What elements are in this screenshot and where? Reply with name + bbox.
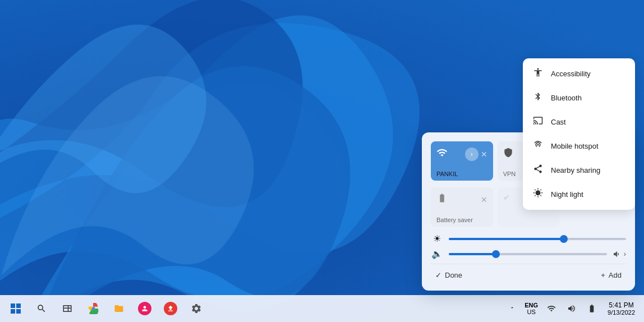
battery-icon [436, 193, 448, 206]
volume-slider-row: 🔈 › [431, 249, 626, 259]
battery-tile[interactable]: ✕ Battery saver [431, 187, 493, 227]
volume-icon: 🔈 [431, 249, 443, 259]
speaker-chevron[interactable]: › [624, 250, 626, 258]
settings-button[interactable] [185, 297, 208, 320]
wifi-arrow[interactable]: › [465, 148, 479, 161]
clock-date: 9/13/2022 [608, 309, 635, 316]
system-tray-chevron[interactable] [504, 297, 520, 320]
taskbar-wifi-icon[interactable] [542, 297, 560, 320]
clock-time: 5:41 PM [609, 301, 634, 309]
task-view-button[interactable] [56, 297, 79, 320]
desktop: › ✕ PANKIL › ✕ [0, 0, 644, 322]
battery-label: Battery saver [436, 217, 487, 223]
wifi-pin[interactable]: ✕ [481, 150, 487, 159]
done-button[interactable]: ✓ Done [431, 269, 467, 282]
nearby-sharing-icon [532, 164, 544, 177]
bluetooth-label: Bluetooth [551, 94, 582, 102]
chrome-button[interactable] [82, 297, 104, 320]
lang-primary: ENG [525, 302, 538, 309]
file-explorer-button[interactable] [108, 297, 130, 320]
quick-settings-footer: ✓ Done + Add [431, 264, 626, 282]
battery-pin[interactable]: ✕ [481, 195, 487, 204]
svg-rect-1 [11, 303, 15, 308]
taskbar-battery-icon[interactable] [583, 297, 601, 320]
lang-secondary: US [527, 309, 536, 315]
brightness-slider-row: ☀ [431, 233, 626, 244]
start-button[interactable] [4, 297, 27, 320]
mobile-hotspot-label: Mobile hotspot [551, 142, 599, 150]
svg-rect-2 [16, 303, 21, 308]
clock-display[interactable]: 5:41 PM 9/13/2022 [603, 300, 640, 317]
dropdown-item-night-light[interactable]: Night light [523, 182, 635, 206]
dropdown-item-accessibility[interactable]: Accessibility [523, 62, 635, 86]
dropdown-item-nearby-sharing[interactable]: Nearby sharing [523, 158, 635, 182]
nearby-sharing-label: Nearby sharing [551, 166, 600, 174]
app-button-1[interactable] [159, 297, 182, 320]
speaker-settings-icon [613, 250, 622, 259]
add-tiles-dropdown: Accessibility Bluetooth Cast [523, 58, 635, 210]
mobile-hotspot-icon [532, 140, 544, 153]
svg-rect-3 [11, 309, 15, 314]
taskbar-left [0, 297, 208, 320]
user-avatar[interactable] [134, 297, 156, 320]
done-label: Done [445, 271, 462, 279]
night-light-label: Night light [551, 190, 583, 199]
add-plus-icon: + [601, 271, 605, 279]
language-indicator[interactable]: ENG US [522, 301, 540, 316]
vpn-icon [503, 148, 513, 160]
add-button[interactable]: + Add [596, 269, 626, 282]
dropdown-item-cast[interactable]: Cast [523, 110, 635, 134]
wifi-label: PANKIL [436, 171, 487, 177]
accessibility-label: Accessibility [551, 70, 591, 78]
done-check-icon: ✓ [435, 271, 441, 279]
cast-icon [532, 116, 544, 128]
night-light-icon [532, 188, 544, 201]
add-label: Add [609, 271, 622, 279]
taskbar-volume-icon[interactable] [563, 297, 581, 320]
taskbar: ENG US 5:41 P [0, 295, 644, 322]
brightness-slider[interactable] [449, 238, 626, 240]
dropdown-item-bluetooth[interactable]: Bluetooth [523, 86, 635, 110]
accessibility-icon [532, 67, 544, 80]
volume-slider[interactable] [449, 253, 607, 255]
wifi-icon [436, 147, 448, 161]
search-button[interactable] [30, 297, 53, 320]
svg-rect-4 [16, 309, 21, 314]
cast-label: Cast [551, 118, 566, 126]
brightness-icon: ☀ [431, 233, 443, 244]
dropdown-item-mobile-hotspot[interactable]: Mobile hotspot [523, 134, 635, 158]
taskbar-right: ENG US 5:41 P [504, 297, 644, 320]
wifi-tile[interactable]: › ✕ PANKIL [431, 141, 493, 181]
bluetooth-icon [532, 91, 544, 104]
